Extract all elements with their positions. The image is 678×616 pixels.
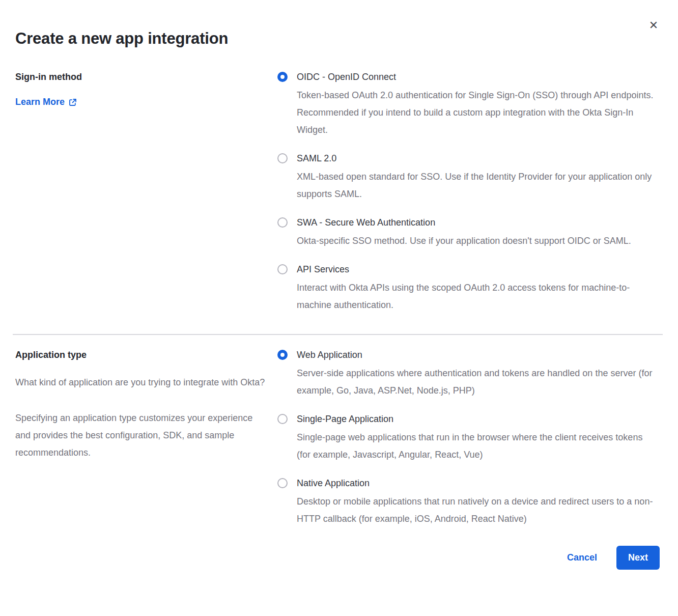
radio-option-oidc[interactable]: OIDC - OpenID Connect Token-based OAuth … (277, 70, 660, 138)
radio-option-label: SWA - Secure Web Authentication (297, 216, 631, 229)
radio-option-description: Okta-specific SSO method. Use if your ap… (297, 232, 631, 249)
radio-option-single-page-application[interactable]: Single-Page Application Single-page web … (277, 412, 660, 463)
learn-more-link[interactable]: Learn More (15, 97, 77, 107)
radio-option-label: API Services (297, 263, 656, 276)
radio-button-native-application[interactable] (277, 478, 288, 488)
create-app-integration-modal: ✕ Create a new app integration Sign-in m… (0, 0, 678, 616)
signin-method-section: Sign-in method Learn More OIDC - OpenID … (15, 70, 660, 314)
learn-more-label: Learn More (15, 97, 65, 107)
radio-button-api-services[interactable] (277, 264, 288, 274)
modal-footer: Cancel Next (15, 546, 660, 570)
radio-option-description: XML-based open standard for SSO. Use if … (297, 168, 656, 203)
page-title: Create a new app integration (15, 30, 660, 48)
radio-option-web-application[interactable]: Web Application Server-side applications… (277, 348, 660, 399)
radio-button-oidc[interactable] (277, 72, 288, 82)
radio-option-description: Single-page web applications that run in… (297, 429, 656, 463)
section-divider (13, 334, 663, 335)
radio-option-description: Server-side applications where authentic… (297, 365, 656, 399)
radio-option-description: Interact with Okta APIs using the scoped… (297, 279, 656, 314)
application-type-options: Web Application Server-side applications… (277, 348, 660, 527)
cancel-button[interactable]: Cancel (567, 552, 597, 563)
radio-option-api-services[interactable]: API Services Interact with Okta APIs usi… (277, 263, 660, 314)
radio-option-native-application[interactable]: Native Application Desktop or mobile app… (277, 477, 660, 527)
radio-option-label: SAML 2.0 (297, 152, 656, 165)
signin-method-options: OIDC - OpenID Connect Token-based OAuth … (277, 70, 660, 314)
radio-option-label: OIDC - OpenID Connect (297, 70, 656, 83)
close-icon[interactable]: ✕ (646, 18, 661, 33)
radio-option-label: Native Application (297, 477, 656, 490)
application-type-section: Application type What kind of applicatio… (15, 348, 660, 527)
radio-option-label: Web Application (297, 348, 656, 361)
external-link-icon (69, 98, 77, 106)
radio-option-description: Token-based OAuth 2.0 authentication for… (297, 87, 656, 138)
signin-method-left-column: Sign-in method Learn More (15, 70, 277, 314)
application-type-heading: Application type (15, 348, 267, 361)
radio-option-saml[interactable]: SAML 2.0 XML-based open standard for SSO… (277, 152, 660, 203)
application-type-question: What kind of application are you trying … (15, 374, 267, 391)
radio-button-single-page-application[interactable] (277, 414, 288, 424)
radio-option-swa[interactable]: SWA - Secure Web Authentication Okta-spe… (277, 216, 660, 249)
radio-button-saml[interactable] (277, 153, 288, 163)
radio-button-web-application[interactable] (277, 350, 288, 360)
application-type-left-column: Application type What kind of applicatio… (15, 348, 277, 527)
application-type-explanation: Specifying an application type customize… (15, 409, 267, 461)
radio-option-description: Desktop or mobile applications that run … (297, 493, 656, 527)
next-button[interactable]: Next (616, 546, 660, 570)
radio-button-swa[interactable] (277, 217, 288, 228)
radio-option-label: Single-Page Application (297, 412, 656, 426)
signin-method-heading: Sign-in method (15, 70, 267, 83)
